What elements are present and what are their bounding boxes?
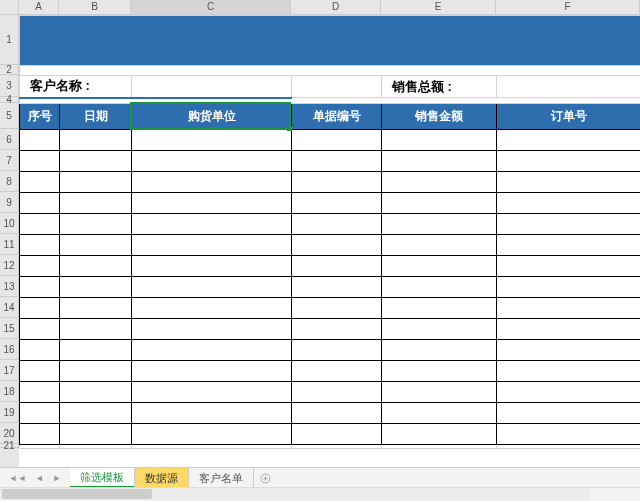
cell[interactable] [497, 403, 641, 424]
cell[interactable] [292, 193, 382, 214]
cell[interactable] [382, 172, 497, 193]
table-header-0[interactable]: 序号 [20, 104, 60, 130]
cell[interactable] [382, 361, 497, 382]
cell[interactable] [132, 256, 292, 277]
select-all-corner[interactable] [0, 0, 19, 15]
cell[interactable] [382, 277, 497, 298]
cell[interactable] [292, 256, 382, 277]
cell[interactable] [60, 172, 132, 193]
cell[interactable] [292, 403, 382, 424]
row-header-1[interactable]: 1 [0, 15, 19, 65]
cell[interactable] [382, 298, 497, 319]
cell[interactable] [20, 403, 60, 424]
cell[interactable] [382, 340, 497, 361]
tab-nav-prev-icon[interactable]: ◄ [35, 473, 44, 483]
cell[interactable] [60, 382, 132, 403]
cell[interactable] [382, 214, 497, 235]
row-header-5[interactable]: 5 [0, 103, 19, 129]
col-header-E[interactable]: E [381, 0, 496, 15]
table-header-1[interactable]: 日期 [60, 104, 132, 130]
new-sheet-button[interactable] [254, 468, 276, 488]
col-header-D[interactable]: D [291, 0, 381, 15]
cell[interactable] [60, 424, 132, 445]
cell[interactable] [497, 130, 641, 151]
cell[interactable] [20, 235, 60, 256]
cell[interactable] [497, 382, 641, 403]
cell[interactable] [497, 256, 641, 277]
cell[interactable] [292, 214, 382, 235]
table-header-2[interactable]: 购货单位 [132, 104, 292, 130]
cell[interactable] [132, 382, 292, 403]
cell[interactable] [292, 235, 382, 256]
row-header-19[interactable]: 19 [0, 402, 19, 423]
grid-area[interactable]: 客户名称 : 销售总额 : 序号日期购货单位单据编号销售金额订单号 [19, 15, 640, 468]
row-header-18[interactable]: 18 [0, 381, 19, 402]
cell[interactable] [292, 130, 382, 151]
cell[interactable] [132, 151, 292, 172]
cell[interactable] [292, 151, 382, 172]
cell[interactable] [292, 319, 382, 340]
table-header-3[interactable]: 单据编号 [292, 104, 382, 130]
row-header-9[interactable]: 9 [0, 192, 19, 213]
sheet-tab-2[interactable]: 客户名单 [189, 468, 254, 488]
scrollbar-thumb[interactable] [2, 489, 152, 499]
cell[interactable] [132, 277, 292, 298]
cell[interactable] [497, 151, 641, 172]
cell[interactable] [382, 382, 497, 403]
cell[interactable] [497, 340, 641, 361]
row-header-13[interactable]: 13 [0, 276, 19, 297]
row-header-12[interactable]: 12 [0, 255, 19, 276]
row-header-15[interactable]: 15 [0, 318, 19, 339]
cell[interactable] [60, 130, 132, 151]
cell[interactable] [497, 298, 641, 319]
cell[interactable] [132, 214, 292, 235]
table-header-5[interactable]: 订单号 [497, 104, 641, 130]
cell[interactable] [292, 172, 382, 193]
cell[interactable] [382, 151, 497, 172]
cell[interactable] [20, 277, 60, 298]
tab-nav-next-icon[interactable]: ► [52, 473, 61, 483]
col-header-F[interactable]: F [496, 0, 640, 15]
cell[interactable] [60, 319, 132, 340]
row-header-7[interactable]: 7 [0, 150, 19, 171]
cell[interactable] [20, 340, 60, 361]
cell[interactable] [497, 424, 641, 445]
cell[interactable] [382, 130, 497, 151]
cell[interactable] [132, 193, 292, 214]
tab-nav-first-icon[interactable]: ◄◄ [9, 473, 27, 483]
cell[interactable] [382, 193, 497, 214]
cell[interactable] [132, 340, 292, 361]
row-header-2[interactable]: 2 [0, 65, 19, 75]
row-header-21[interactable]: 21 [0, 444, 19, 448]
cell[interactable] [132, 130, 292, 151]
cell[interactable] [60, 298, 132, 319]
cell[interactable] [132, 298, 292, 319]
row-header-8[interactable]: 8 [0, 171, 19, 192]
cell[interactable] [382, 235, 497, 256]
row-header-11[interactable]: 11 [0, 234, 19, 255]
cell[interactable] [60, 340, 132, 361]
table-header-4[interactable]: 销售金额 [382, 104, 497, 130]
cell[interactable] [20, 214, 60, 235]
cell[interactable] [132, 361, 292, 382]
cell[interactable] [60, 151, 132, 172]
customer-name-value[interactable] [132, 76, 292, 98]
cell[interactable] [132, 235, 292, 256]
horizontal-scrollbar[interactable] [0, 488, 590, 500]
cell[interactable] [60, 403, 132, 424]
cell[interactable] [132, 424, 292, 445]
cell[interactable] [292, 298, 382, 319]
row-header-16[interactable]: 16 [0, 339, 19, 360]
row-header-10[interactable]: 10 [0, 213, 19, 234]
cell[interactable] [497, 214, 641, 235]
col-header-C[interactable]: C [131, 0, 291, 15]
col-header-A[interactable]: A [19, 0, 59, 15]
sales-total-value[interactable] [497, 76, 641, 98]
cell[interactable] [382, 424, 497, 445]
cell[interactable] [497, 319, 641, 340]
cell[interactable] [20, 151, 60, 172]
cell[interactable] [20, 319, 60, 340]
row-header-14[interactable]: 14 [0, 297, 19, 318]
cell[interactable] [292, 382, 382, 403]
sheet-tab-0[interactable]: 筛选模板 [70, 468, 135, 488]
